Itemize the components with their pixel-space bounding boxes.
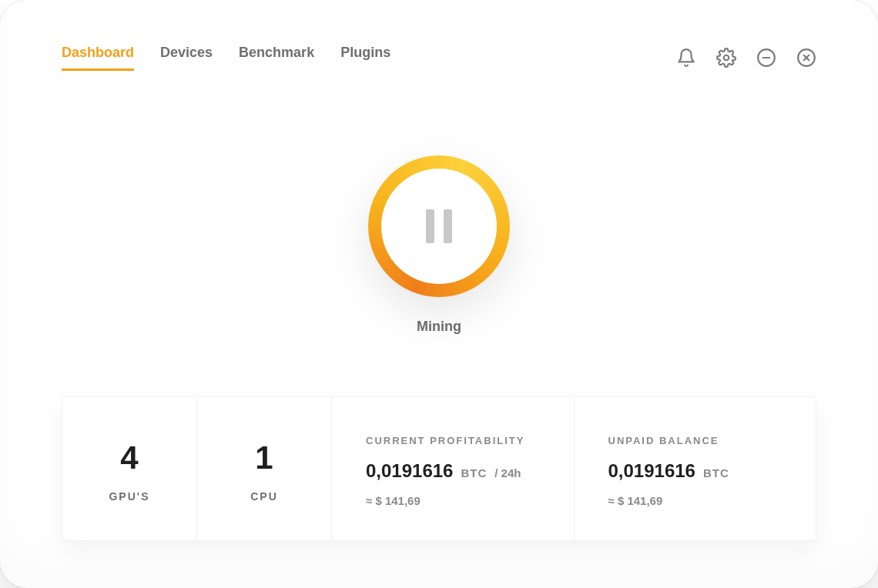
stat-profitability-unit: BTC: [461, 466, 487, 479]
stat-profitability-approx: ≈ $ 141,69: [366, 494, 540, 507]
stat-cpu-label: CPU: [250, 490, 278, 503]
pause-icon: [381, 169, 497, 284]
svg-point-0: [724, 55, 729, 61]
stat-balance-value: 0,0191616: [608, 460, 695, 482]
minimize-icon[interactable]: [756, 48, 776, 68]
app-content: Dashboard Devices Benchmark Plugins: [0, 0, 878, 541]
tab-benchmark[interactable]: Benchmark: [239, 45, 314, 71]
stat-balance-unit: BTC: [703, 466, 729, 479]
stat-profitability-amount: 0,0191616 BTC / 24h: [366, 460, 540, 482]
stat-gpu-label: GPU'S: [109, 490, 149, 503]
top-nav: Dashboard Devices Benchmark Plugins: [62, 45, 816, 71]
nav-icons: [676, 48, 816, 68]
stat-profitability-per: / 24h: [494, 466, 521, 479]
bell-icon[interactable]: [676, 48, 696, 68]
close-icon[interactable]: [796, 48, 816, 68]
stat-profitability-value: 0,0191616: [366, 460, 453, 482]
stat-balance-approx: ≈ $ 141,69: [608, 494, 782, 507]
nav-tabs: Dashboard Devices Benchmark Plugins: [62, 45, 390, 71]
stat-profitability: CURRENT PROFITABILITY 0,0191616 BTC / 24…: [332, 397, 575, 540]
stat-gpu: 4 GPU'S: [62, 397, 197, 540]
mining-state-label: Mining: [417, 319, 461, 335]
stat-balance-amount: 0,0191616 BTC: [608, 460, 782, 482]
mining-toggle-button[interactable]: [368, 155, 510, 297]
tab-devices[interactable]: Devices: [160, 45, 213, 71]
stats-row: 4 GPU'S 1 CPU CURRENT PROFITABILITY 0,01…: [62, 396, 816, 541]
gear-icon[interactable]: [716, 48, 736, 68]
stat-balance-title: UNPAID BALANCE: [608, 435, 782, 446]
mining-ring: [368, 155, 510, 297]
pause-bar-left: [426, 209, 434, 243]
stat-balance: UNPAID BALANCE 0,0191616 BTC ≈ $ 141,69: [575, 397, 816, 540]
stat-gpu-value: 4: [120, 439, 138, 476]
pause-bar-right: [444, 209, 452, 243]
tab-plugins[interactable]: Plugins: [340, 45, 390, 71]
tab-dashboard[interactable]: Dashboard: [62, 45, 134, 71]
mining-section: Mining: [62, 155, 816, 335]
stat-profitability-title: CURRENT PROFITABILITY: [366, 435, 540, 446]
stat-cpu: 1 CPU: [197, 397, 332, 540]
app-window: Dashboard Devices Benchmark Plugins: [0, 0, 878, 588]
stat-cpu-value: 1: [255, 439, 273, 476]
